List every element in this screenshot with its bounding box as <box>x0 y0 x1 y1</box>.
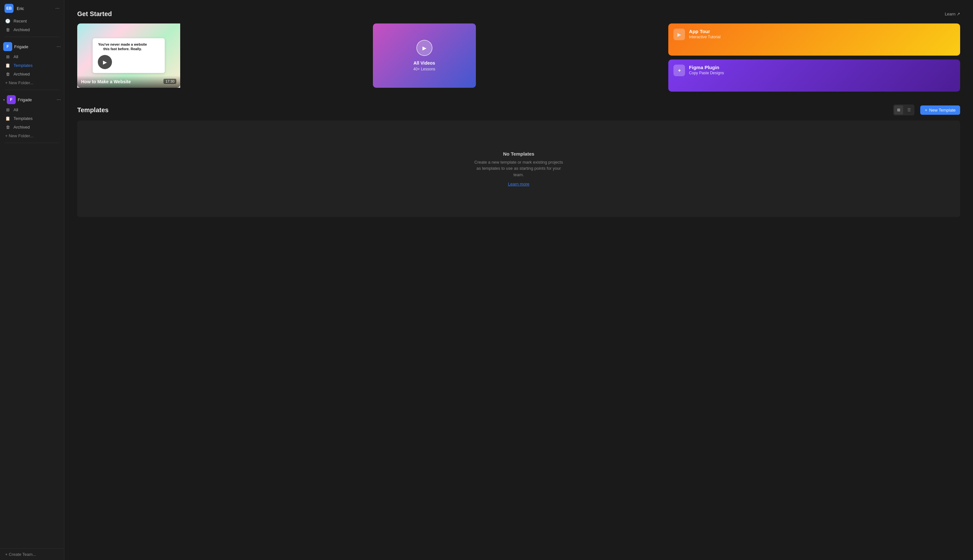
sidebar-item-all2[interactable]: ⊞ All <box>0 105 64 114</box>
app-tour-sub: Interactive Tutorial <box>689 35 721 39</box>
view-toggle: ⊞ ☰ <box>893 105 914 115</box>
sidebar-user[interactable]: EB Eric ··· <box>0 0 64 17</box>
app-tour-title: App Tour <box>689 28 721 34</box>
all2-icon: ⊞ <box>5 107 10 112</box>
figma-icon: ✦ <box>677 68 682 73</box>
figma-icon-box: ✦ <box>674 65 685 76</box>
create-team-label: + Create Team... <box>5 552 36 557</box>
app-tour-icon: ▶ <box>677 32 681 38</box>
workspace1-menu-icon[interactable]: ··· <box>57 44 61 50</box>
create-team-button[interactable]: + Create Team... <box>0 548 64 560</box>
sidebar-item-all1-label: All <box>13 54 18 59</box>
sidebar-item-archived-top[interactable]: 🗑 Archived <box>0 25 64 34</box>
user-name: Eric <box>17 6 52 11</box>
archived-top-icon: 🗑 <box>5 27 10 32</box>
sidebar-divider-1 <box>5 37 60 37</box>
sidebar-item-all2-label: All <box>13 107 18 112</box>
all-videos-play-icon: ▶ <box>416 40 433 56</box>
new-folder2-button[interactable]: + New Folder... <box>0 132 64 140</box>
sidebar-item-archived-top-label: Archived <box>13 27 30 32</box>
app-tour-icon-box: ▶ <box>674 28 685 40</box>
all1-icon: ⊞ <box>5 54 10 59</box>
sidebar-item-templates1[interactable]: 📋 Templates <box>0 61 64 70</box>
new-folder2-label: + New Folder... <box>5 133 33 138</box>
recent-icon: 🕐 <box>5 18 10 23</box>
new-folder1-label: + New Folder... <box>5 80 33 85</box>
templates-header: Templates ⊞ ☰ + New Template <box>77 105 960 115</box>
figma-info: Figma Plugin Copy Paste Designs <box>689 65 724 75</box>
archived1-icon: 🗑 <box>5 72 10 77</box>
workspace2-header[interactable]: ▾ F Frigade ··· <box>0 93 64 105</box>
view-grid-button[interactable]: ⊞ <box>894 105 903 115</box>
sidebar-item-templates2-label: Templates <box>13 116 32 121</box>
card-figma-plugin[interactable]: ✦ Figma Plugin Copy Paste Designs <box>668 60 960 92</box>
figma-sub: Copy Paste Designs <box>689 71 724 75</box>
sidebar-item-recent-label: Recent <box>13 18 27 23</box>
sidebar-item-archived1-label: Archived <box>13 72 30 77</box>
card-website-label: How to Make a Website <box>81 79 131 84</box>
get-started-header: Get Started Learn ↗ <box>77 10 960 18</box>
workspace2-collapse-icon: ▾ <box>3 98 5 102</box>
workspace2-name: Frigade <box>18 97 55 102</box>
sidebar-item-recent[interactable]: 🕐 Recent <box>0 17 64 25</box>
new-folder1-button[interactable]: + New Folder... <box>0 78 64 87</box>
right-card-column: ▶ App Tour Interactive Tutorial ✦ Figma … <box>668 23 960 92</box>
sidebar-item-all1[interactable]: ⊞ All <box>0 52 64 61</box>
templates1-icon: 📋 <box>5 63 10 68</box>
templates-section: Templates ⊞ ☰ + New Template No Template <box>77 105 960 217</box>
sidebar-item-archived2[interactable]: 🗑 Archived <box>0 123 64 132</box>
card-website-video[interactable]: You've never made a website this fast be… <box>77 23 369 92</box>
templates2-icon: 📋 <box>5 116 10 121</box>
user-avatar: EB <box>5 4 13 13</box>
sidebar-item-templates1-label: Templates <box>13 63 32 68</box>
figma-title: Figma Plugin <box>689 65 724 70</box>
sidebar: EB Eric ··· 🕐 Recent 🗑 Archived F Frigad… <box>0 0 64 560</box>
workspace1-name: Frigade <box>14 44 55 49</box>
get-started-cards: You've never made a website this fast be… <box>77 23 960 92</box>
archived2-icon: 🗑 <box>5 125 10 130</box>
grid-icon: ⊞ <box>897 108 900 112</box>
workspace1-header[interactable]: F Frigade ··· <box>0 40 64 52</box>
new-template-button[interactable]: + New Template <box>920 105 960 115</box>
view-list-button[interactable]: ☰ <box>904 105 913 115</box>
templates-header-right: ⊞ ☰ + New Template <box>893 105 960 115</box>
templates-title: Templates <box>77 107 109 114</box>
card-all-videos[interactable]: ▶ All Videos 40+ Lessons <box>373 23 476 88</box>
new-template-label: New Template <box>929 108 956 113</box>
app-tour-info: App Tour Interactive Tutorial <box>689 28 721 39</box>
empty-description: Create a new template or mark existing p… <box>474 159 564 178</box>
sidebar-item-archived1[interactable]: 🗑 Archived <box>0 70 64 78</box>
play-button-icon: ▶ <box>98 55 112 69</box>
card-video-text: You've never made a website this fast be… <box>98 42 147 52</box>
learn-link[interactable]: Learn ↗ <box>945 12 960 17</box>
workspace2-avatar: F <box>7 95 16 104</box>
empty-title: No Templates <box>503 151 534 157</box>
templates-empty-state: No Templates Create a new template or ma… <box>77 120 960 217</box>
sidebar-item-archived2-label: Archived <box>13 125 30 130</box>
sidebar-divider-3 <box>5 143 60 143</box>
new-template-plus-icon: + <box>925 108 927 113</box>
sidebar-divider-2 <box>5 90 60 90</box>
get-started-title: Get Started <box>77 10 112 18</box>
user-menu-icon[interactable]: ··· <box>55 5 60 11</box>
all-videos-sublabel: 40+ Lessons <box>413 67 435 72</box>
all-videos-label: All Videos <box>413 60 435 66</box>
card-app-tour[interactable]: ▶ App Tour Interactive Tutorial <box>668 23 960 56</box>
card-duration: 17:30 <box>164 79 176 84</box>
workspace1-avatar: F <box>3 42 12 51</box>
empty-learn-link[interactable]: Learn more <box>508 182 529 187</box>
main-content: Get Started Learn ↗ You've never made a … <box>64 0 973 560</box>
workspace2-menu-icon[interactable]: ··· <box>57 97 61 103</box>
list-icon: ☰ <box>907 108 911 112</box>
sidebar-item-templates2[interactable]: 📋 Templates <box>0 114 64 123</box>
